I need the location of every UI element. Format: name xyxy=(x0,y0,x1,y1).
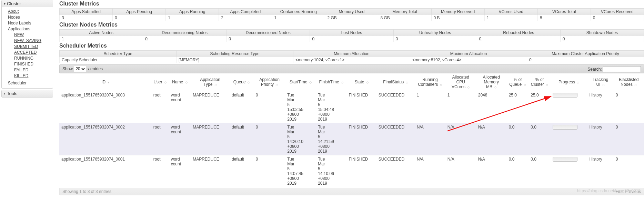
metric-header: VCores Reserved xyxy=(591,9,644,15)
cell-state: FINISHED xyxy=(346,123,376,155)
cell-state: FINISHED xyxy=(346,91,376,123)
nav-state-running[interactable]: RUNNING xyxy=(14,55,51,61)
progress-bar xyxy=(553,93,577,98)
apps-header[interactable]: RunningContainers ◇ xyxy=(415,73,445,91)
metric-link[interactable]: 0 xyxy=(312,37,314,41)
nav-state-new-saving[interactable]: NEW_SAVING xyxy=(14,38,51,44)
cell-pct-cluster: 25.0 xyxy=(529,91,551,123)
apps-header[interactable]: Queue ◇ xyxy=(230,73,254,91)
apps-header[interactable]: ApplicationPriority ◇ xyxy=(254,73,285,91)
nav-node-labels[interactable]: Node Labels xyxy=(8,20,51,26)
apps-header[interactable]: Progress ◇ xyxy=(551,73,587,91)
cell-user: root xyxy=(151,123,169,155)
datatable-bottom-bar: Showing 1 to 3 of 3 entries First Previo… xyxy=(59,188,644,195)
metric-header: Apps Submitted xyxy=(60,9,113,15)
apps-header[interactable]: ID ▾ xyxy=(59,73,151,91)
metric-value: 0 xyxy=(591,15,644,21)
cell-name: word count xyxy=(169,155,191,187)
nav-cluster-header[interactable]: ▾ Cluster xyxy=(2,0,53,7)
apps-header[interactable]: FinishTime ◇ xyxy=(316,73,346,91)
apps-header[interactable]: StartTime ◇ xyxy=(285,73,316,91)
nav-state-new[interactable]: NEW xyxy=(14,32,51,38)
datatable-top-bar: Show 20 ▾ entries Search: xyxy=(59,64,644,73)
entries-select[interactable]: 20 xyxy=(74,66,86,72)
cell-blacklisted: 0 xyxy=(614,123,644,155)
metric-value: 0 xyxy=(143,36,227,42)
metric-header: Memory Reserved xyxy=(431,9,484,15)
cell-tracking: History xyxy=(587,123,614,155)
metric-value: 0 xyxy=(527,57,644,63)
search-control: Search: xyxy=(587,66,641,72)
nav-nodes[interactable]: Nodes xyxy=(8,14,51,20)
cell-pct-queue: 0.0 xyxy=(507,123,529,155)
apps-header[interactable]: Name ◇ xyxy=(169,73,191,91)
metric-value: 0 xyxy=(477,36,560,42)
apps-header[interactable]: BlacklistedNodes ◇ xyxy=(614,73,644,91)
apps-header[interactable]: Allocated CPUVCores ◇ xyxy=(445,73,476,91)
apps-header[interactable]: TrackingUI ◇ xyxy=(587,73,614,91)
metric-link[interactable]: 0 xyxy=(145,37,148,41)
nav-cluster-body: About Nodes Node Labels Applications NEW… xyxy=(2,7,53,88)
cell-tracking: History xyxy=(587,155,614,187)
nav-state-submitted[interactable]: SUBMITTED xyxy=(14,44,51,50)
nav-about[interactable]: About xyxy=(8,9,51,14)
apps-header[interactable]: Allocated MemoryMB ◇ xyxy=(476,73,507,91)
main-content: Cluster Metrics Apps SubmittedApps Pendi… xyxy=(54,0,644,195)
application-link[interactable]: application_1551765932074_0001 xyxy=(61,157,125,162)
apps-header[interactable]: % ofQueue ◇ xyxy=(507,73,529,91)
tracking-link[interactable]: History xyxy=(590,157,602,162)
metric-link[interactable]: 1 xyxy=(62,37,64,41)
metric-value: [MEMORY] xyxy=(177,57,293,63)
apps-header[interactable]: FinalStatus ◇ xyxy=(376,73,415,91)
metric-header: Maximum Allocation xyxy=(410,51,527,57)
metric-value: 2 xyxy=(219,15,272,21)
apps-header[interactable]: State ◇ xyxy=(346,73,376,91)
nav-scheduler[interactable]: Scheduler xyxy=(8,80,51,86)
apps-header[interactable]: User ◇ xyxy=(151,73,169,91)
show-label-post: entries xyxy=(90,66,103,71)
metric-link[interactable]: 0 xyxy=(396,37,398,41)
metric-header: Unhealthy Nodes xyxy=(393,30,477,36)
application-link[interactable]: application_1551765932074_0003 xyxy=(61,93,125,98)
apps-header[interactable]: % ofCluster ◇ xyxy=(529,73,551,91)
show-label-pre: Show xyxy=(62,66,73,71)
metric-link[interactable]: 0 xyxy=(229,37,231,41)
datatable-info: Showing 1 to 3 of 3 entries xyxy=(62,189,111,194)
metric-value: 1 xyxy=(484,15,537,21)
metric-header: Apps Pending xyxy=(113,9,166,15)
apps-header[interactable]: ApplicationType ◇ xyxy=(191,73,230,91)
metric-header: Scheduler Type xyxy=(60,51,177,57)
nav-tools-header[interactable]: ▸ Tools xyxy=(2,90,53,97)
search-input[interactable] xyxy=(603,66,641,72)
nav-state-accepted[interactable]: ACCEPTED xyxy=(14,50,51,55)
tracking-link[interactable]: History xyxy=(590,93,602,98)
cell-type: MAPREDUCE xyxy=(191,91,230,123)
metric-header: Containers Running xyxy=(272,9,325,15)
cell-running-containers: 1 xyxy=(415,91,445,123)
metric-header: Apps Running xyxy=(166,9,219,15)
tracking-link[interactable]: History xyxy=(590,125,602,130)
metric-header: Decommissioning Nodes xyxy=(143,30,227,36)
application-link[interactable]: application_1551765932074_0002 xyxy=(61,125,125,130)
nav-cluster-title: Cluster xyxy=(7,1,21,6)
cell-blacklisted: 0 xyxy=(614,91,644,123)
nav-state-failed[interactable]: FAILED xyxy=(14,67,51,73)
cluster-metrics-title: Cluster Metrics xyxy=(59,1,644,7)
metric-header: Memory Used xyxy=(325,9,378,15)
cell-priority: 0 xyxy=(254,155,285,187)
nav-state-killed[interactable]: KILLED xyxy=(14,73,51,79)
nav-state-finished[interactable]: FINISHED xyxy=(14,61,51,67)
metric-link[interactable]: 0 xyxy=(563,37,565,41)
nav-tools-block: ▸ Tools xyxy=(1,90,53,98)
nav-cluster-block: ▾ Cluster About Nodes Node Labels Applic… xyxy=(1,0,53,89)
nav-applications[interactable]: Applications xyxy=(8,26,51,32)
cell-mem: 2048 xyxy=(476,91,507,123)
cell-priority: 0 xyxy=(254,91,285,123)
metric-header: VCores Used xyxy=(484,9,537,15)
metric-header: Scheduling Resource Type xyxy=(177,51,293,57)
metric-header: Lost Nodes xyxy=(310,30,393,36)
cell-start: TueMar515:02:55+08002019 xyxy=(285,91,316,123)
cell-id: application_1551765932074_0002 xyxy=(59,123,151,155)
metric-header: Decommissioned Nodes xyxy=(227,30,310,36)
metric-link[interactable]: 0 xyxy=(479,37,482,41)
